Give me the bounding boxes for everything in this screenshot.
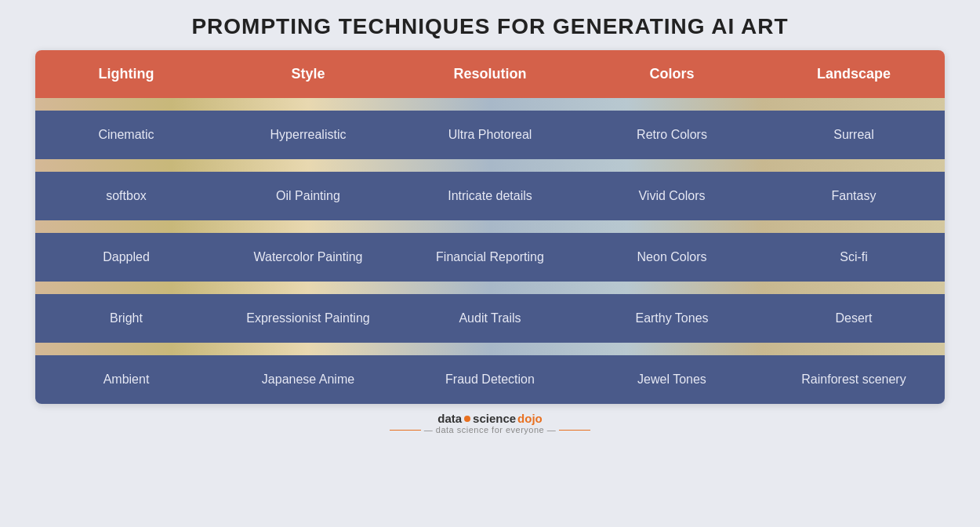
header-cell-0: Lighting (35, 50, 217, 98)
table-row-0: CinematicHyperrealisticUltra PhotorealRe… (35, 111, 945, 159)
cell-2-2: Financial Reporting (399, 233, 581, 282)
page-title: PROMPTING TECHNIQUES FOR GENERATING AI A… (191, 14, 788, 39)
footer: data science dojo — data science for eve… (390, 412, 591, 434)
cell-1-2: Intricate details (399, 172, 581, 220)
table-row-2: DappledWatercolor PaintingFinancial Repo… (35, 233, 945, 282)
table-body: CinematicHyperrealisticUltra PhotorealRe… (35, 98, 945, 404)
cell-2-4: Sci-fi (763, 233, 945, 282)
table-row-4: AmbientJapanese AnimeFraud DetectionJewe… (35, 355, 945, 404)
cell-3-1: Expressionist Painting (217, 294, 399, 343)
cell-4-0: Ambient (35, 355, 217, 404)
header-cell-3: Colors (581, 50, 763, 98)
cell-4-4: Rainforest scenery (763, 355, 945, 404)
logo-line-left (390, 430, 421, 431)
cell-1-3: Vivid Colors (581, 172, 763, 220)
cell-3-3: Earthy Tones (581, 294, 763, 343)
table-row-3: BrightExpressionist PaintingAudit Trails… (35, 294, 945, 343)
logo-science: science (473, 412, 516, 425)
table-header: LightingStyleResolutionColorsLandscape (35, 50, 945, 98)
strip-divider-3 (35, 282, 945, 294)
cell-2-1: Watercolor Painting (217, 233, 399, 282)
logo-line-right (559, 430, 590, 431)
header-cell-2: Resolution (399, 50, 581, 98)
cell-4-2: Fraud Detection (399, 355, 581, 404)
cell-2-3: Neon Colors (581, 233, 763, 282)
strip-divider-4 (35, 343, 945, 355)
cell-1-4: Fantasy (763, 172, 945, 220)
strip-divider-2 (35, 220, 945, 233)
cell-4-3: Jewel Tones (581, 355, 763, 404)
cell-1-1: Oil Painting (217, 172, 399, 220)
table-row-1: softboxOil PaintingIntricate detailsVivi… (35, 172, 945, 220)
logo-tagline-line: — data science for everyone — (390, 425, 591, 434)
header-cell-1: Style (217, 50, 399, 98)
cell-0-2: Ultra Photoreal (399, 111, 581, 159)
strip-divider-1 (35, 159, 945, 172)
cell-2-0: Dappled (35, 233, 217, 282)
logo-tagline-text: — data science for everyone — (424, 425, 557, 434)
cell-1-0: softbox (35, 172, 217, 220)
cell-0-4: Surreal (763, 111, 945, 159)
logo-dojo: dojo (517, 412, 543, 425)
logo: data science dojo (437, 412, 543, 425)
cell-3-2: Audit Trails (399, 294, 581, 343)
cell-3-0: Bright (35, 294, 217, 343)
strip-divider-0 (35, 98, 945, 111)
cell-4-1: Japanese Anime (217, 355, 399, 404)
header-cell-4: Landscape (763, 50, 945, 98)
cell-0-1: Hyperrealistic (217, 111, 399, 159)
cell-0-3: Retro Colors (581, 111, 763, 159)
cell-0-0: Cinematic (35, 111, 217, 159)
logo-data: data (437, 412, 462, 425)
main-table: LightingStyleResolutionColorsLandscape C… (35, 50, 945, 404)
logo-dot (464, 416, 470, 422)
cell-3-4: Desert (763, 294, 945, 343)
